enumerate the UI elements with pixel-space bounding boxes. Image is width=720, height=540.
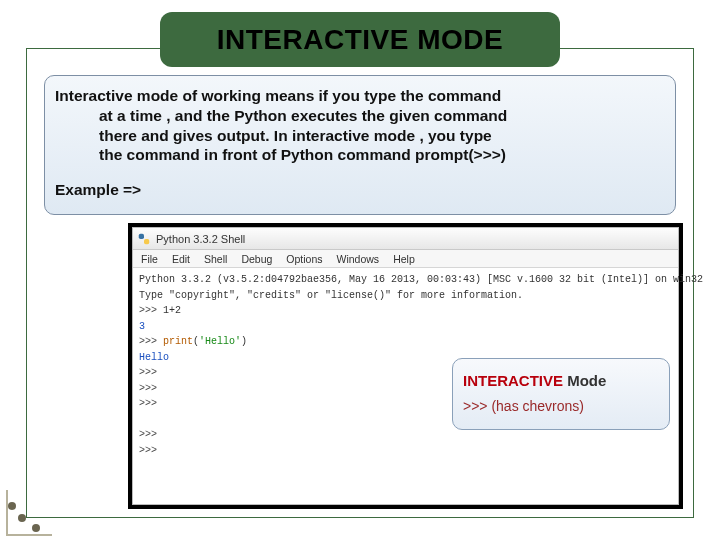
callout-strong: INTERACTIVE [463, 372, 563, 389]
corner-decoration [6, 492, 50, 536]
prompt-1: >>> [139, 305, 157, 316]
callout-mode: Mode [567, 372, 606, 389]
input-line-1: >>> 1+2 [139, 303, 672, 319]
deco-dot [8, 502, 16, 510]
print-keyword: print [163, 336, 193, 347]
python-shell-window: Python 3.3.2 Shell File Edit Shell Debug… [132, 227, 679, 505]
callout-line2: >>> (has chevrons) [463, 396, 659, 418]
shell-body: Python 3.3.2 (v3.5.2:d04792bae356, May 1… [133, 268, 678, 504]
desc-line4: the command in front of Python command p… [99, 145, 659, 165]
slide-title: INTERACTIVE MODE [160, 12, 560, 67]
banner-line-1: Python 3.3.2 (v3.5.2:d04792bae356, May 1… [139, 272, 672, 288]
deco-dot [32, 524, 40, 532]
python-icon [137, 232, 151, 246]
menu-options[interactable]: Options [286, 253, 322, 265]
prompt-2: >>> [139, 336, 157, 347]
description-box: Interactive mode of working means if you… [44, 75, 676, 215]
output-line-1: 3 [139, 319, 672, 335]
desc-line3: there and gives output. In interactive m… [99, 126, 659, 146]
menu-windows[interactable]: Windows [337, 253, 380, 265]
menu-debug[interactable]: Debug [241, 253, 272, 265]
screenshot-frame: Python 3.3.2 Shell File Edit Shell Debug… [128, 223, 683, 509]
menu-edit[interactable]: Edit [172, 253, 190, 265]
menu-help[interactable]: Help [393, 253, 415, 265]
banner-line-2: Type "copyright", "credits" or "license(… [139, 288, 672, 304]
window-titlebar: Python 3.3.2 Shell [133, 228, 678, 250]
input-line-2: >>> print('Hello') [139, 334, 672, 350]
svg-rect-0 [139, 233, 144, 238]
window-title-text: Python 3.3.2 Shell [156, 233, 245, 245]
print-string: 'Hello' [199, 336, 241, 347]
desc-line2: at a time , and the Python executes the … [99, 106, 659, 126]
menu-file[interactable]: File [141, 253, 158, 265]
deco-dot [18, 514, 26, 522]
slide-title-text: INTERACTIVE MODE [217, 24, 503, 56]
callout-box: INTERACTIVE Mode >>> (has chevrons) [452, 358, 670, 430]
empty-prompt-5: >>> [139, 443, 672, 459]
callout-line1: INTERACTIVE Mode [463, 369, 659, 392]
svg-rect-1 [144, 239, 149, 244]
desc-line1: Interactive mode of working means if you… [55, 87, 501, 104]
description-text: Interactive mode of working means if you… [55, 86, 659, 165]
example-label: Example => [55, 181, 659, 199]
menubar: File Edit Shell Debug Options Windows He… [133, 250, 678, 268]
input-1: 1+2 [163, 305, 181, 316]
menu-shell[interactable]: Shell [204, 253, 227, 265]
